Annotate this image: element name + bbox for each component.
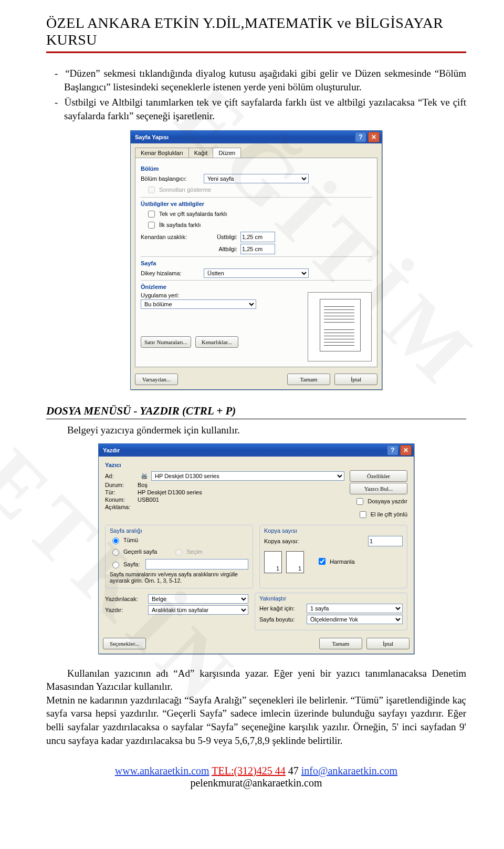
kopya-spinner[interactable] [368, 536, 403, 546]
ustbilgi-spinner[interactable] [240, 232, 275, 242]
label: Yazdırılacak: [105, 596, 148, 602]
preview-pane [308, 292, 372, 361]
label: Açıklama: [105, 504, 138, 510]
kenarliklar-button[interactable]: Kenarlıklar... [195, 336, 238, 348]
footer: www.ankaraetkin.com TEL:(312)425 44 47 i… [46, 765, 466, 789]
altbilgi-spinner[interactable] [240, 244, 275, 254]
tab-kagit[interactable]: Kağıt [188, 148, 214, 158]
hint-text: Sayfa numaralarını ve/veya sayfa aralıkl… [110, 571, 248, 584]
section-heading: DOSYA MENÜSÜ - YAZDIR (CTRL + P) [46, 405, 466, 419]
group-title: Bölüm [141, 165, 372, 172]
separator [141, 256, 372, 257]
label: Uygulama yeri: [141, 292, 302, 298]
footer-mail2: pelenkmurat@ankaraetkin.com [190, 777, 322, 789]
page: ÖZEL ANKARA ETKİN Y.DİL,MATEMATİK ve BİL… [0, 0, 504, 810]
group-title: Kopya sayısı [264, 527, 403, 534]
dialog-yazdir: Yazdır ? ✕ Yazıcı Ad: 🖨️ HP Deskjet D130… [98, 443, 414, 654]
iptal-button[interactable]: İptal [366, 638, 410, 649]
dialog-buttons: Seçenekler... Tamam İptal [99, 636, 414, 654]
label: Ad: [105, 473, 138, 479]
footer-site-link[interactable]: www.ankaraetkin.com [115, 765, 209, 776]
close-icon[interactable]: ✕ [368, 132, 380, 142]
collate-preview-icon: 1 1 [264, 551, 304, 573]
footer-mail1-link[interactable]: info@ankaraetkin.com [301, 765, 397, 776]
dialog-body: Yazıcı Ad: 🖨️ HP Deskjet D1300 series Du… [99, 457, 414, 636]
help-icon[interactable]: ? [355, 132, 366, 142]
label: Durum: [105, 482, 138, 488]
label: Bölüm başlangıcı: [141, 175, 204, 182]
tek-cift-checkbox[interactable]: Tek ve çift sayfalarda farklı [146, 209, 372, 219]
section-desc: Belgeyi yazıcıya göndermek için kullanıl… [67, 424, 466, 436]
radio-sayfa[interactable]: Sayfa: [110, 559, 248, 570]
header-rule [46, 51, 466, 53]
titlebar[interactable]: Sayfa Yapısı ? ✕ [131, 131, 382, 143]
label: Yazdır: [105, 607, 148, 613]
dialog-body: Bölüm Bölüm başlangıcı: Yeni sayfa Sonno… [135, 158, 377, 367]
label: Kopya sayısı: [264, 538, 368, 544]
separator [141, 197, 372, 198]
yazici-ad-select[interactable]: HP Deskjet D1300 series [151, 471, 344, 481]
label: Konum: [105, 496, 138, 503]
close-icon[interactable]: ✕ [400, 445, 412, 455]
iptal-button[interactable]: İptal [334, 374, 377, 385]
label: Tür: [105, 489, 138, 495]
yakinlastir-group: Yakınlaştır Her kağıt için: 1 sayfa Sayf… [255, 593, 407, 630]
titlebar[interactable]: Yazdır ? ✕ [99, 444, 414, 457]
group-title: Sayfa aralığı [110, 527, 248, 534]
varsayilan-button[interactable]: Varsayılan... [135, 374, 178, 385]
value: USB001 [138, 496, 159, 503]
group-title: Yazıcı [105, 462, 407, 468]
kopya-sayisi-group: Kopya sayısı Kopya sayısı: 1 1 Harmanla [259, 525, 407, 588]
dialog-buttons: Varsayılan... Tamam İptal [131, 371, 382, 389]
footer-tel-link[interactable]: TEL:(312)425 44 [212, 765, 286, 776]
radio-secim: Seçim [173, 547, 203, 556]
yazdirilacak-select[interactable]: Belge [148, 594, 248, 604]
tamam-button[interactable]: Tamam [319, 638, 362, 649]
bolum-baslangici-select[interactable]: Yeni sayfa [204, 174, 309, 183]
dosyaya-yazdir-checkbox[interactable]: Dosyaya yazdır [354, 496, 407, 506]
label: Kenardan uzaklık: [141, 234, 204, 240]
value: HP Deskjet D1300 series [138, 489, 202, 495]
help-icon[interactable]: ? [387, 445, 398, 455]
dialog-title: Yazdır [103, 447, 120, 453]
tabstrip: Kenar Boşlukları Kağıt Düzen [131, 143, 382, 158]
yazici-bul-button[interactable]: Yazıcı Bul... [350, 483, 407, 494]
satir-numaralari-button[interactable]: Satır Numaraları... [141, 336, 191, 348]
intro-text: - “Düzen” sekmesi tıklandığında diyalog … [46, 67, 466, 123]
tab-kenar-bosluklari[interactable]: Kenar Boşlukları [135, 148, 189, 158]
ozellikler-button[interactable]: Özellikler [350, 470, 407, 482]
radio-tumu[interactable]: Tümü [110, 536, 248, 544]
label: Sayfa boyutu: [259, 616, 307, 623]
separator [141, 280, 372, 281]
dikey-hizalama-select[interactable]: Üstten [204, 268, 309, 278]
el-ile-cift-checkbox[interactable]: El ile çift yönlü [358, 510, 407, 520]
sayfa-araligi-group: Sayfa aralığı Tümü Geçerli sayfa Seçim S… [105, 525, 253, 588]
her-kagit-select[interactable]: 1 sayfa [307, 604, 403, 613]
tab-duzen[interactable]: Düzen [213, 148, 241, 158]
sayfa-boyutu-select[interactable]: Ölçeklendirme Yok [307, 615, 403, 624]
label: Dikey hizalama: [141, 270, 204, 276]
ilk-sayfa-checkbox[interactable]: İlk sayfada farklı [146, 220, 372, 230]
label: Altbilgi: [204, 246, 240, 252]
tamam-button[interactable]: Tamam [287, 374, 330, 385]
sonnotlari-checkbox: Sonnotları gösterme [146, 185, 372, 195]
outro-text: Kullanılan yazıcının adı “Ad” karşısında… [46, 667, 466, 748]
yazdir-select[interactable]: Aralıktaki tüm sayfalar [148, 605, 248, 615]
group-title: Önizleme [141, 284, 372, 290]
group-title: Üstbilgiler ve altbilgiler [141, 201, 372, 207]
secenekler-button[interactable]: Seçenekler... [103, 638, 146, 649]
bullet-item: - “Düzen” sekmesi tıklandığında diyalog … [46, 67, 466, 94]
radio-gecerli[interactable]: Geçerli sayfa [110, 547, 157, 556]
group-title: Sayfa [141, 260, 372, 266]
sayfa-input[interactable] [145, 559, 248, 570]
harmanla-checkbox[interactable]: Harmanla [317, 556, 355, 566]
label: Her kağıt için: [259, 605, 307, 612]
dialog-title: Sayfa Yapısı [135, 134, 169, 140]
printer-icon: 🖨️ [141, 472, 148, 479]
label: Üstbilgi: [204, 234, 240, 240]
bullet-item: - Üstbilgi ve Altbilgi tanımlarken tek v… [46, 96, 466, 122]
page-title: ÖZEL ANKARA ETKİN Y.DİL,MATEMATİK ve BİL… [46, 15, 466, 48]
dialog-sayfa-yapisi: Sayfa Yapısı ? ✕ Kenar Boşlukları Kağıt … [130, 130, 382, 390]
uygulama-yeri-select[interactable]: Bu bölüme [141, 299, 256, 309]
value: Boş [138, 482, 148, 488]
